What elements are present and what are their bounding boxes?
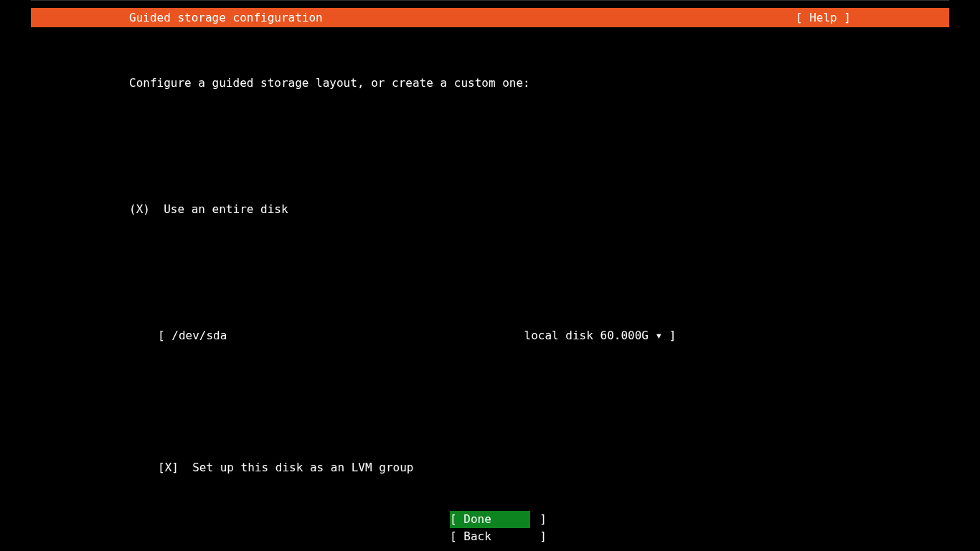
disk-device: /dev/sda [171,329,227,342]
dropdown-arrow-icon: ▾ [656,329,663,342]
disk-selector[interactable]: [ /dev/sda local disk 60.000G ▾ ] [158,327,980,344]
page-title: Guided storage configuration [129,9,323,27]
checkbox-marker: [X] [158,461,179,474]
help-button[interactable]: [ Help ] [796,9,851,27]
main-content: Configure a guided storage layout, or cr… [0,27,980,551]
checkbox-lvm[interactable]: [X] Set up this disk as an LVM group [158,459,980,476]
intro-text: Configure a guided storage layout, or cr… [129,75,980,92]
header-bar: Guided storage configuration [ Help ] [31,8,949,27]
done-button[interactable]: [ Done ] [450,511,530,528]
radio-marker: (X) [129,202,150,216]
disk-description: local disk 60.000G [524,329,649,342]
radio-use-entire-disk[interactable]: (X) Use an entire disk [129,201,980,218]
back-button[interactable]: [ Back ] [450,528,530,545]
footer-buttons: [ Done ] [ Back ] [0,511,980,545]
checkbox-label: Set up this disk as an LVM group [192,461,413,474]
radio-label: Use an entire disk [164,202,288,216]
